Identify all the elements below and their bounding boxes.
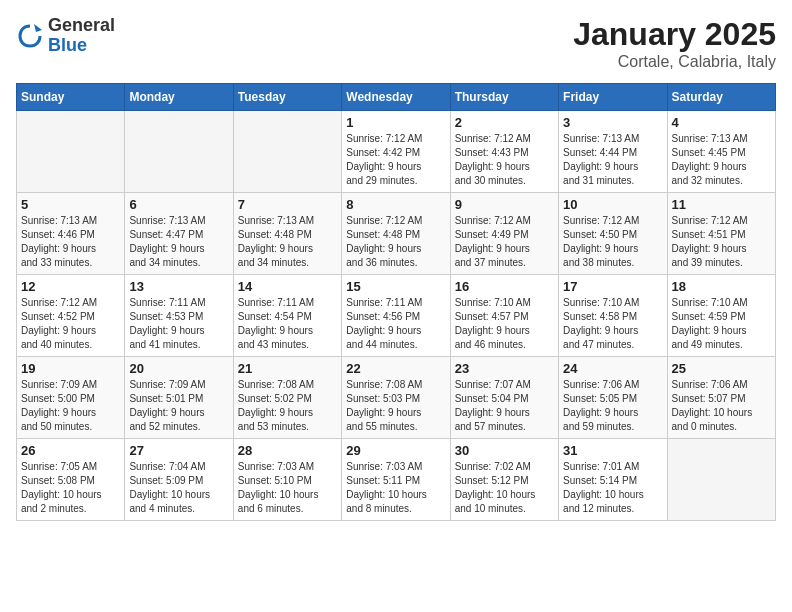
calendar-week-row: 1Sunrise: 7:12 AM Sunset: 4:42 PM Daylig… (17, 111, 776, 193)
calendar-cell: 3Sunrise: 7:13 AM Sunset: 4:44 PM Daylig… (559, 111, 667, 193)
day-info: Sunrise: 7:13 AM Sunset: 4:45 PM Dayligh… (672, 132, 771, 188)
title-area: January 2025 Cortale, Calabria, Italy (573, 16, 776, 71)
day-info: Sunrise: 7:03 AM Sunset: 5:11 PM Dayligh… (346, 460, 445, 516)
day-info: Sunrise: 7:12 AM Sunset: 4:42 PM Dayligh… (346, 132, 445, 188)
calendar-cell: 14Sunrise: 7:11 AM Sunset: 4:54 PM Dayli… (233, 275, 341, 357)
day-number: 20 (129, 361, 228, 376)
calendar-cell: 10Sunrise: 7:12 AM Sunset: 4:50 PM Dayli… (559, 193, 667, 275)
day-info: Sunrise: 7:12 AM Sunset: 4:49 PM Dayligh… (455, 214, 554, 270)
day-number: 27 (129, 443, 228, 458)
header: General Blue January 2025 Cortale, Calab… (16, 16, 776, 71)
calendar-cell: 11Sunrise: 7:12 AM Sunset: 4:51 PM Dayli… (667, 193, 775, 275)
day-number: 22 (346, 361, 445, 376)
day-number: 25 (672, 361, 771, 376)
calendar-cell: 30Sunrise: 7:02 AM Sunset: 5:12 PM Dayli… (450, 439, 558, 521)
day-info: Sunrise: 7:12 AM Sunset: 4:52 PM Dayligh… (21, 296, 120, 352)
logo: General Blue (16, 16, 115, 56)
calendar-cell: 12Sunrise: 7:12 AM Sunset: 4:52 PM Dayli… (17, 275, 125, 357)
calendar-cell: 19Sunrise: 7:09 AM Sunset: 5:00 PM Dayli… (17, 357, 125, 439)
calendar-cell: 2Sunrise: 7:12 AM Sunset: 4:43 PM Daylig… (450, 111, 558, 193)
day-info: Sunrise: 7:11 AM Sunset: 4:56 PM Dayligh… (346, 296, 445, 352)
day-of-week-header: Monday (125, 84, 233, 111)
calendar-header: SundayMondayTuesdayWednesdayThursdayFrid… (17, 84, 776, 111)
calendar-week-row: 5Sunrise: 7:13 AM Sunset: 4:46 PM Daylig… (17, 193, 776, 275)
calendar-cell (667, 439, 775, 521)
location-subtitle: Cortale, Calabria, Italy (573, 53, 776, 71)
day-number: 7 (238, 197, 337, 212)
day-info: Sunrise: 7:11 AM Sunset: 4:53 PM Dayligh… (129, 296, 228, 352)
logo-text: General Blue (48, 16, 115, 56)
month-title: January 2025 (573, 16, 776, 53)
day-number: 18 (672, 279, 771, 294)
day-info: Sunrise: 7:13 AM Sunset: 4:47 PM Dayligh… (129, 214, 228, 270)
calendar-week-row: 26Sunrise: 7:05 AM Sunset: 5:08 PM Dayli… (17, 439, 776, 521)
day-info: Sunrise: 7:07 AM Sunset: 5:04 PM Dayligh… (455, 378, 554, 434)
calendar: SundayMondayTuesdayWednesdayThursdayFrid… (16, 83, 776, 521)
day-info: Sunrise: 7:03 AM Sunset: 5:10 PM Dayligh… (238, 460, 337, 516)
day-number: 14 (238, 279, 337, 294)
day-info: Sunrise: 7:13 AM Sunset: 4:46 PM Dayligh… (21, 214, 120, 270)
day-info: Sunrise: 7:09 AM Sunset: 5:00 PM Dayligh… (21, 378, 120, 434)
calendar-cell: 5Sunrise: 7:13 AM Sunset: 4:46 PM Daylig… (17, 193, 125, 275)
day-number: 8 (346, 197, 445, 212)
day-info: Sunrise: 7:12 AM Sunset: 4:43 PM Dayligh… (455, 132, 554, 188)
day-info: Sunrise: 7:02 AM Sunset: 5:12 PM Dayligh… (455, 460, 554, 516)
day-info: Sunrise: 7:12 AM Sunset: 4:50 PM Dayligh… (563, 214, 662, 270)
day-number: 26 (21, 443, 120, 458)
day-number: 24 (563, 361, 662, 376)
day-info: Sunrise: 7:06 AM Sunset: 5:05 PM Dayligh… (563, 378, 662, 434)
day-number: 23 (455, 361, 554, 376)
day-number: 29 (346, 443, 445, 458)
calendar-cell: 24Sunrise: 7:06 AM Sunset: 5:05 PM Dayli… (559, 357, 667, 439)
calendar-cell: 28Sunrise: 7:03 AM Sunset: 5:10 PM Dayli… (233, 439, 341, 521)
logo-icon (16, 22, 44, 50)
day-number: 5 (21, 197, 120, 212)
calendar-cell: 31Sunrise: 7:01 AM Sunset: 5:14 PM Dayli… (559, 439, 667, 521)
day-number: 30 (455, 443, 554, 458)
day-number: 10 (563, 197, 662, 212)
day-number: 13 (129, 279, 228, 294)
day-info: Sunrise: 7:09 AM Sunset: 5:01 PM Dayligh… (129, 378, 228, 434)
calendar-cell: 9Sunrise: 7:12 AM Sunset: 4:49 PM Daylig… (450, 193, 558, 275)
day-of-week-header: Saturday (667, 84, 775, 111)
calendar-cell: 8Sunrise: 7:12 AM Sunset: 4:48 PM Daylig… (342, 193, 450, 275)
day-info: Sunrise: 7:13 AM Sunset: 4:48 PM Dayligh… (238, 214, 337, 270)
day-of-week-header: Wednesday (342, 84, 450, 111)
calendar-cell: 26Sunrise: 7:05 AM Sunset: 5:08 PM Dayli… (17, 439, 125, 521)
calendar-cell: 29Sunrise: 7:03 AM Sunset: 5:11 PM Dayli… (342, 439, 450, 521)
calendar-cell: 17Sunrise: 7:10 AM Sunset: 4:58 PM Dayli… (559, 275, 667, 357)
calendar-week-row: 19Sunrise: 7:09 AM Sunset: 5:00 PM Dayli… (17, 357, 776, 439)
calendar-cell: 20Sunrise: 7:09 AM Sunset: 5:01 PM Dayli… (125, 357, 233, 439)
day-number: 19 (21, 361, 120, 376)
calendar-cell (233, 111, 341, 193)
calendar-cell: 18Sunrise: 7:10 AM Sunset: 4:59 PM Dayli… (667, 275, 775, 357)
day-number: 3 (563, 115, 662, 130)
calendar-cell: 25Sunrise: 7:06 AM Sunset: 5:07 PM Dayli… (667, 357, 775, 439)
day-info: Sunrise: 7:04 AM Sunset: 5:09 PM Dayligh… (129, 460, 228, 516)
day-number: 16 (455, 279, 554, 294)
day-info: Sunrise: 7:12 AM Sunset: 4:51 PM Dayligh… (672, 214, 771, 270)
day-info: Sunrise: 7:10 AM Sunset: 4:58 PM Dayligh… (563, 296, 662, 352)
day-number: 9 (455, 197, 554, 212)
day-info: Sunrise: 7:10 AM Sunset: 4:59 PM Dayligh… (672, 296, 771, 352)
day-info: Sunrise: 7:01 AM Sunset: 5:14 PM Dayligh… (563, 460, 662, 516)
day-info: Sunrise: 7:12 AM Sunset: 4:48 PM Dayligh… (346, 214, 445, 270)
calendar-cell: 4Sunrise: 7:13 AM Sunset: 4:45 PM Daylig… (667, 111, 775, 193)
calendar-cell: 13Sunrise: 7:11 AM Sunset: 4:53 PM Dayli… (125, 275, 233, 357)
day-info: Sunrise: 7:10 AM Sunset: 4:57 PM Dayligh… (455, 296, 554, 352)
calendar-cell: 21Sunrise: 7:08 AM Sunset: 5:02 PM Dayli… (233, 357, 341, 439)
header-row: SundayMondayTuesdayWednesdayThursdayFrid… (17, 84, 776, 111)
calendar-cell: 6Sunrise: 7:13 AM Sunset: 4:47 PM Daylig… (125, 193, 233, 275)
calendar-cell: 23Sunrise: 7:07 AM Sunset: 5:04 PM Dayli… (450, 357, 558, 439)
day-number: 15 (346, 279, 445, 294)
day-number: 28 (238, 443, 337, 458)
day-number: 21 (238, 361, 337, 376)
day-of-week-header: Sunday (17, 84, 125, 111)
day-number: 4 (672, 115, 771, 130)
calendar-cell: 22Sunrise: 7:08 AM Sunset: 5:03 PM Dayli… (342, 357, 450, 439)
day-info: Sunrise: 7:11 AM Sunset: 4:54 PM Dayligh… (238, 296, 337, 352)
day-of-week-header: Friday (559, 84, 667, 111)
day-info: Sunrise: 7:08 AM Sunset: 5:02 PM Dayligh… (238, 378, 337, 434)
calendar-cell (17, 111, 125, 193)
day-number: 12 (21, 279, 120, 294)
